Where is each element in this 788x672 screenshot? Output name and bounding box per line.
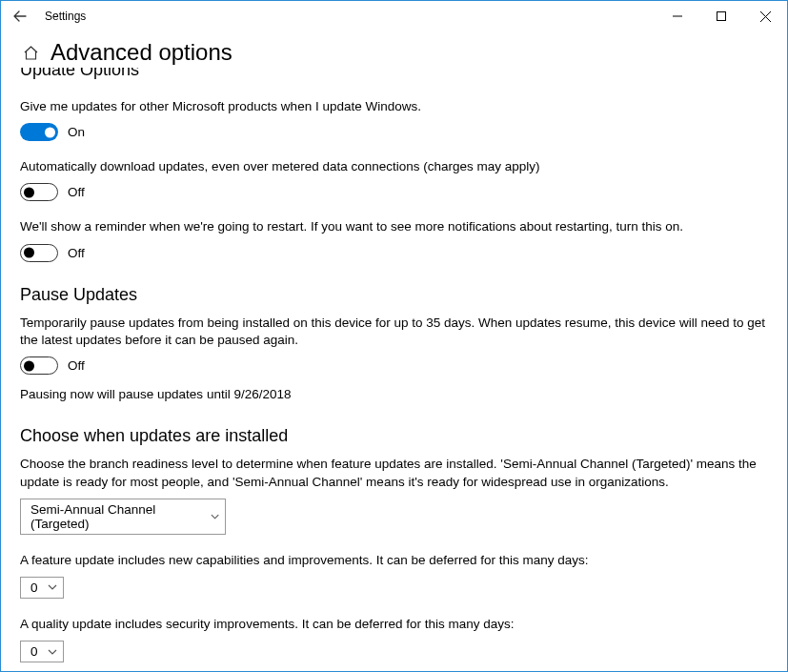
metered-toggle-label: Off bbox=[68, 185, 85, 199]
update-options-heading: Update Options bbox=[20, 68, 768, 83]
app-title: Settings bbox=[45, 10, 86, 23]
metered-toggle[interactable] bbox=[20, 183, 58, 201]
quality-defer-dropdown[interactable]: 0 bbox=[20, 641, 64, 662]
close-icon bbox=[760, 11, 771, 22]
microsoft-products-desc: Give me updates for other Microsoft prod… bbox=[20, 98, 768, 115]
choose-install-desc: Choose the branch readiness level to det… bbox=[20, 456, 768, 490]
chevron-down-icon bbox=[48, 584, 57, 590]
minimize-icon bbox=[673, 11, 682, 21]
chevron-down-icon bbox=[48, 649, 57, 655]
pause-updates-heading: Pause Updates bbox=[20, 285, 768, 305]
content-area: Advanced options Update Options Give me … bbox=[1, 31, 787, 672]
choose-install-heading: Choose when updates are installed bbox=[20, 426, 768, 446]
quality-update-desc: A quality update includes security impro… bbox=[20, 616, 768, 633]
maximize-icon bbox=[717, 11, 726, 21]
branch-readiness-value: Semi-Annual Channel (Targeted) bbox=[30, 502, 203, 531]
pause-updates-toggle-row: Off bbox=[20, 356, 768, 375]
pause-updates-toggle[interactable] bbox=[20, 356, 58, 375]
feature-defer-dropdown[interactable]: 0 bbox=[20, 577, 64, 599]
pause-updates-desc: Temporarily pause updates from being ins… bbox=[20, 315, 768, 349]
pause-updates-toggle-label: Off bbox=[68, 358, 85, 373]
toggle-knob bbox=[24, 187, 34, 197]
chevron-down-icon bbox=[211, 514, 219, 519]
microsoft-products-toggle-row: On bbox=[20, 123, 768, 141]
quality-defer-value: 0 bbox=[30, 644, 38, 659]
maximize-button[interactable] bbox=[699, 1, 743, 31]
restart-reminder-toggle-label: Off bbox=[68, 246, 85, 260]
microsoft-products-toggle-label: On bbox=[68, 125, 85, 139]
arrow-left-icon bbox=[13, 10, 27, 23]
microsoft-products-toggle[interactable] bbox=[20, 123, 58, 141]
close-button[interactable] bbox=[743, 1, 787, 31]
header-row: Advanced options bbox=[20, 39, 768, 66]
restart-reminder-desc: We'll show a reminder when we're going t… bbox=[20, 218, 768, 235]
feature-update-desc: A feature update includes new capabiliti… bbox=[20, 552, 768, 569]
titlebar: Settings bbox=[1, 1, 787, 31]
minimize-button[interactable] bbox=[656, 1, 699, 31]
toggle-knob bbox=[24, 360, 34, 371]
feature-defer-value: 0 bbox=[30, 580, 38, 595]
page-title: Advanced options bbox=[51, 39, 232, 66]
svg-rect-1 bbox=[717, 12, 726, 21]
toggle-knob bbox=[45, 127, 55, 137]
restart-reminder-toggle[interactable] bbox=[20, 244, 58, 262]
pause-updates-note: Pausing now will pause updates until 9/2… bbox=[20, 386, 768, 403]
toggle-knob bbox=[24, 248, 34, 258]
home-icon bbox=[23, 45, 39, 61]
window-controls bbox=[656, 1, 787, 31]
home-button[interactable] bbox=[20, 42, 41, 63]
metered-toggle-row: Off bbox=[20, 183, 768, 201]
branch-readiness-dropdown[interactable]: Semi-Annual Channel (Targeted) bbox=[20, 499, 226, 535]
restart-reminder-toggle-row: Off bbox=[20, 244, 768, 262]
metered-desc: Automatically download updates, even ove… bbox=[20, 158, 768, 175]
back-button[interactable] bbox=[9, 5, 31, 28]
